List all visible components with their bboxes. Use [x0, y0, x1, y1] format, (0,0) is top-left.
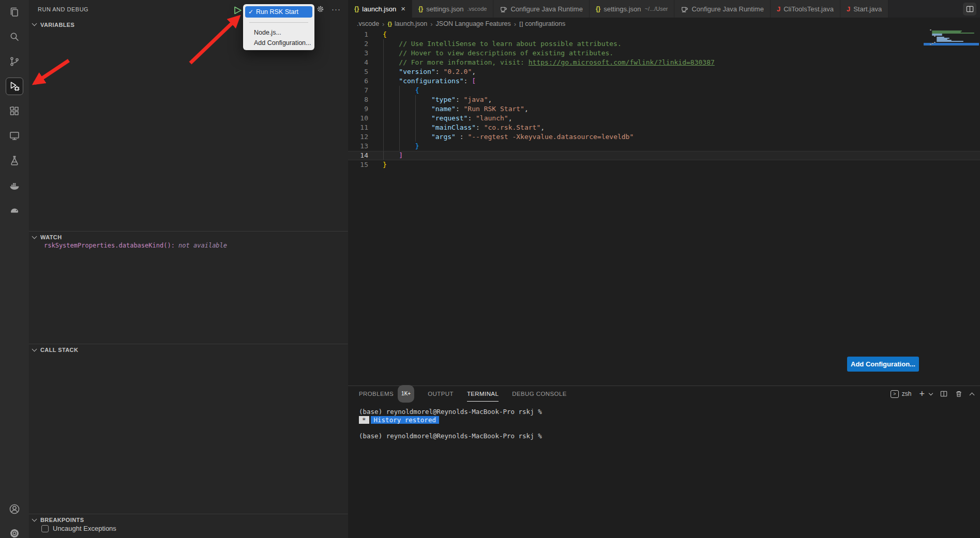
breadcrumb-item[interactable]: [ ]configurations — [519, 20, 565, 27]
menu-item-nodejs[interactable]: Node.js... — [243, 27, 314, 38]
line-number: 11 — [348, 123, 375, 132]
code-line-11[interactable]: 11 "mainClass": "co.rsk.Start", — [348, 123, 980, 132]
call-stack-section-header[interactable]: CALL STACK — [29, 344, 348, 356]
code-line-3[interactable]: 3 // Hover to view descriptions of exist… — [348, 49, 980, 58]
terminal-icon: > — [891, 390, 899, 398]
start-debugging-play-icon[interactable] — [234, 6, 243, 17]
terminal-line: *History restored — [359, 416, 542, 424]
line-number: 9 — [348, 104, 375, 114]
breadcrumb-item[interactable]: .vscode — [357, 20, 379, 27]
history-restored-badge: History restored — [371, 416, 439, 424]
code-line-4[interactable]: 4 // For more information, visit: https:… — [348, 58, 980, 67]
code-line-9[interactable]: 9 "name": "Run RSK Start", — [348, 104, 980, 114]
json-file-icon: {} — [418, 5, 423, 12]
line-number: 12 — [348, 132, 375, 142]
activitybar-source-control-icon[interactable] — [0, 50, 29, 73]
minimap-line — [934, 42, 936, 43]
activitybar-extensions-icon[interactable] — [0, 99, 29, 123]
terminal-output[interactable]: (base) reynoldmorel@Reynolds-MacBook-Pro… — [359, 408, 542, 440]
breadcrumb-item[interactable]: JSON Language Features — [436, 20, 511, 27]
activity-bar — [0, 0, 29, 538]
code-line-13[interactable]: 13 } — [348, 142, 980, 151]
activitybar-remote-explorer-icon[interactable] — [0, 124, 29, 148]
line-number: 7 — [348, 86, 375, 95]
panel-tab-output[interactable]: OUTPUT — [428, 386, 454, 402]
breakpoints-section-header[interactable]: BREAKPOINTS — [29, 514, 348, 526]
more-actions-icon[interactable]: ··· — [331, 7, 341, 12]
checkbox-unchecked[interactable] — [41, 525, 49, 532]
tab-clitoolstest-java[interactable]: JCliToolsTest.java — [771, 0, 840, 18]
code-line-2[interactable]: 2 // Use IntelliSense to learn about pos… — [348, 39, 980, 49]
code-line-15[interactable]: 15} — [348, 160, 980, 170]
checkmark-icon: ✓ — [248, 8, 253, 16]
split-terminal-icon[interactable] — [940, 390, 947, 397]
close-icon[interactable]: × — [401, 6, 405, 12]
activitybar-settings-icon[interactable] — [0, 521, 29, 538]
tab-label: Configure Java Runtime — [510, 5, 582, 13]
line-number: 15 — [348, 160, 375, 170]
shell-name: zsh — [902, 390, 912, 397]
menu-separator — [249, 22, 308, 23]
code-line-5[interactable]: 5 "version": "0.2.0", — [348, 67, 980, 76]
vscode-window: { "colors": { "menu_selection": "#2a77d8… — [0, 0, 980, 538]
code-line-6[interactable]: 6 "configurations": [ — [348, 76, 980, 86]
tab-configure-java-runtime[interactable]: Configure Java Runtime — [674, 0, 770, 18]
tab-launch-json[interactable]: {}launch.json× — [348, 0, 412, 18]
line-number: 6 — [348, 76, 375, 86]
panel-tab-debug-console[interactable]: DEBUG CONSOLE — [512, 386, 567, 402]
watch-expression-row[interactable]: rskSystemProperties.databaseKind(): not … — [44, 242, 227, 249]
menu-item-add-configuration[interactable]: Add Configuration... — [243, 38, 314, 48]
bottom-panel: PROBLEMS1K+OUTPUTTERMINALDEBUG CONSOLE >… — [348, 386, 980, 538]
sidebar-title: RUN AND DEBUG — [38, 6, 88, 12]
line-number: 2 — [348, 39, 375, 49]
breadcrumb-item[interactable]: {}launch.json — [387, 20, 427, 27]
new-terminal-icon[interactable]: + — [919, 390, 925, 397]
tab-detail: .vscode — [468, 6, 487, 12]
breadcrumb: .vscode›{}launch.json›JSON Language Feat… — [348, 18, 980, 30]
terminal-dropdown-chevron-icon[interactable] — [929, 391, 933, 395]
editor-group: {}launch.json×{}settings.json.vscodeConf… — [348, 0, 980, 386]
tab-configure-java-runtime[interactable]: Configure Java Runtime — [493, 0, 589, 18]
add-configuration-button[interactable]: Add Configuration... — [847, 357, 919, 372]
code-line-10[interactable]: 10 "request": "launch", — [348, 114, 980, 123]
line-number: 3 — [348, 49, 375, 58]
watch-section-header[interactable]: WATCH — [29, 231, 348, 243]
tab-settings-json[interactable]: {}settings.json~/.../User — [590, 0, 675, 18]
panel-tab-problems[interactable]: PROBLEMS1K+ — [359, 386, 414, 402]
json-file-icon: {} — [354, 5, 359, 12]
menu-item-run-rsk-start[interactable]: ✓ Run RSK Start — [245, 6, 312, 18]
code-line-14[interactable]: 14 ] — [348, 151, 980, 160]
line-number: 1 — [348, 30, 375, 39]
activitybar-run-and-debug-icon[interactable] — [0, 74, 29, 98]
debug-settings-gear-icon[interactable] — [316, 5, 325, 13]
maximize-panel-chevron-icon[interactable] — [970, 392, 975, 397]
menu-item-label: Run RSK Start — [256, 8, 298, 16]
terminal-line — [359, 424, 542, 432]
code-line-7[interactable]: 7 { — [348, 86, 980, 95]
minimap-line — [937, 41, 964, 42]
java-file-icon: J — [847, 5, 850, 13]
line-number: 5 — [348, 67, 375, 76]
panel-tab-terminal[interactable]: TERMINAL — [467, 386, 499, 402]
line-number: 4 — [348, 58, 375, 67]
activitybar-search-icon[interactable] — [0, 25, 29, 49]
kill-terminal-trash-icon[interactable] — [955, 390, 962, 397]
activitybar-explorer-icon[interactable] — [0, 0, 29, 24]
chevron-down-icon — [32, 516, 37, 521]
code-editor[interactable]: 1{2 // Use IntelliSense to learn about p… — [348, 30, 980, 170]
split-editor-icon[interactable] — [963, 3, 976, 16]
tab-settings-json[interactable]: {}settings.json.vscode — [412, 0, 494, 18]
activitybar-docker-icon[interactable] — [0, 174, 29, 197]
java-file-icon: J — [777, 5, 780, 13]
activitybar-gradle-icon[interactable] — [0, 198, 29, 222]
activitybar-testing-icon[interactable] — [0, 149, 29, 173]
terminal-line: (base) reynoldmorel@Reynolds-MacBook-Pro… — [359, 432, 542, 440]
tab-start-java[interactable]: JStart.java — [840, 0, 888, 18]
code-line-8[interactable]: 8 "type": "java", — [348, 95, 980, 104]
activitybar-accounts-icon[interactable] — [0, 497, 29, 521]
terminal-profile-selector[interactable]: > zsh — [891, 390, 912, 398]
minimap-line — [930, 44, 931, 45]
code-line-1[interactable]: 1{ — [348, 30, 980, 39]
code-line-12[interactable]: 12 "args" : "--regtest -Xkeyvalue.dataso… — [348, 132, 980, 142]
breakpoint-uncaught-exceptions[interactable]: Uncaught Exceptions — [41, 525, 116, 532]
